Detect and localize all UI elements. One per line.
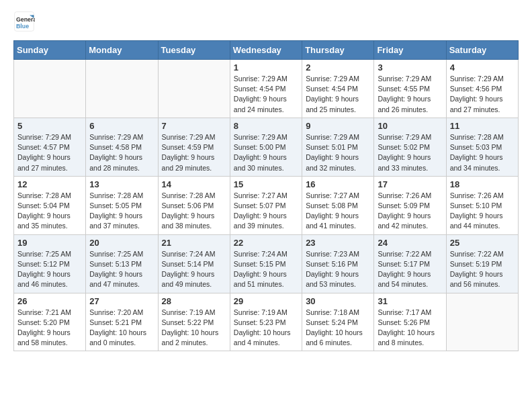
- calendar-cell: 15Sunrise: 7:27 AM Sunset: 5:07 PM Dayli…: [230, 176, 302, 234]
- svg-text:General: General: [16, 16, 35, 23]
- day-number: 23: [306, 238, 370, 248]
- day-info: Sunrise: 7:29 AM Sunset: 4:57 PM Dayligh…: [17, 132, 82, 173]
- day-info: Sunrise: 7:21 AM Sunset: 5:20 PM Dayligh…: [17, 308, 82, 349]
- calendar-cell: 7Sunrise: 7:29 AM Sunset: 4:59 PM Daylig…: [158, 118, 230, 176]
- day-info: Sunrise: 7:29 AM Sunset: 4:54 PM Dayligh…: [234, 74, 298, 115]
- calendar-cell: [158, 60, 230, 118]
- calendar-cell: 6Sunrise: 7:29 AM Sunset: 4:58 PM Daylig…: [86, 118, 158, 176]
- day-info: Sunrise: 7:24 AM Sunset: 5:14 PM Dayligh…: [162, 249, 226, 290]
- logo-icon: General Blue: [13, 11, 35, 32]
- calendar-cell: 17Sunrise: 7:26 AM Sunset: 5:09 PM Dayli…: [374, 176, 446, 234]
- day-number: 19: [17, 238, 82, 248]
- day-number: 15: [234, 179, 298, 189]
- day-info: Sunrise: 7:26 AM Sunset: 5:10 PM Dayligh…: [450, 191, 515, 232]
- page-header: General Blue: [13, 11, 519, 32]
- day-number: 29: [234, 296, 298, 306]
- day-info: Sunrise: 7:22 AM Sunset: 5:17 PM Dayligh…: [378, 249, 442, 290]
- day-number: 11: [450, 121, 515, 131]
- calendar-cell: 10Sunrise: 7:29 AM Sunset: 5:02 PM Dayli…: [374, 118, 446, 176]
- weekday-header-thursday: Thursday: [302, 41, 374, 60]
- calendar-cell: 20Sunrise: 7:25 AM Sunset: 5:13 PM Dayli…: [86, 234, 158, 293]
- day-info: Sunrise: 7:25 AM Sunset: 5:12 PM Dayligh…: [17, 249, 82, 290]
- day-info: Sunrise: 7:29 AM Sunset: 4:59 PM Dayligh…: [162, 132, 226, 173]
- day-number: 1: [234, 62, 298, 73]
- calendar-cell: 12Sunrise: 7:28 AM Sunset: 5:04 PM Dayli…: [14, 176, 86, 234]
- day-number: 20: [89, 238, 154, 248]
- day-number: 9: [306, 121, 370, 131]
- day-info: Sunrise: 7:20 AM Sunset: 5:21 PM Dayligh…: [89, 308, 154, 349]
- week-row-1: 1Sunrise: 7:29 AM Sunset: 4:54 PM Daylig…: [14, 60, 519, 118]
- day-number: 28: [162, 296, 226, 306]
- day-info: Sunrise: 7:29 AM Sunset: 5:01 PM Dayligh…: [306, 132, 370, 173]
- calendar-cell: 28Sunrise: 7:19 AM Sunset: 5:22 PM Dayli…: [158, 293, 230, 351]
- day-info: Sunrise: 7:22 AM Sunset: 5:19 PM Dayligh…: [450, 249, 515, 290]
- calendar-cell: [446, 293, 518, 351]
- weekday-header-saturday: Saturday: [446, 41, 518, 60]
- day-info: Sunrise: 7:18 AM Sunset: 5:24 PM Dayligh…: [306, 308, 370, 349]
- week-row-3: 12Sunrise: 7:28 AM Sunset: 5:04 PM Dayli…: [14, 176, 519, 234]
- day-info: Sunrise: 7:27 AM Sunset: 5:07 PM Dayligh…: [234, 191, 298, 232]
- day-info: Sunrise: 7:19 AM Sunset: 5:22 PM Dayligh…: [162, 308, 226, 349]
- weekday-header-friday: Friday: [374, 41, 446, 60]
- weekday-header-row: SundayMondayTuesdayWednesdayThursdayFrid…: [14, 41, 519, 60]
- day-info: Sunrise: 7:28 AM Sunset: 5:06 PM Dayligh…: [162, 191, 226, 232]
- day-info: Sunrise: 7:29 AM Sunset: 5:00 PM Dayligh…: [234, 132, 298, 173]
- week-row-2: 5Sunrise: 7:29 AM Sunset: 4:57 PM Daylig…: [14, 118, 519, 176]
- calendar-cell: 19Sunrise: 7:25 AM Sunset: 5:12 PM Dayli…: [14, 234, 86, 293]
- day-number: 21: [162, 238, 226, 248]
- day-number: 24: [378, 238, 442, 248]
- calendar-cell: 9Sunrise: 7:29 AM Sunset: 5:01 PM Daylig…: [302, 118, 374, 176]
- svg-text:Blue: Blue: [16, 23, 29, 30]
- day-info: Sunrise: 7:23 AM Sunset: 5:16 PM Dayligh…: [306, 249, 370, 290]
- day-number: 22: [234, 238, 298, 248]
- day-info: Sunrise: 7:29 AM Sunset: 4:58 PM Dayligh…: [89, 132, 154, 173]
- week-row-4: 19Sunrise: 7:25 AM Sunset: 5:12 PM Dayli…: [14, 234, 519, 293]
- day-number: 6: [89, 121, 154, 131]
- calendar-cell: 29Sunrise: 7:19 AM Sunset: 5:23 PM Dayli…: [230, 293, 302, 351]
- day-number: 18: [450, 179, 515, 189]
- calendar-cell: 25Sunrise: 7:22 AM Sunset: 5:19 PM Dayli…: [446, 234, 518, 293]
- day-number: 17: [378, 179, 442, 189]
- calendar-cell: 1Sunrise: 7:29 AM Sunset: 4:54 PM Daylig…: [230, 60, 302, 118]
- calendar-cell: 26Sunrise: 7:21 AM Sunset: 5:20 PM Dayli…: [14, 293, 86, 351]
- calendar-cell: 8Sunrise: 7:29 AM Sunset: 5:00 PM Daylig…: [230, 118, 302, 176]
- day-number: 30: [306, 296, 370, 306]
- day-number: 2: [306, 62, 370, 73]
- logo: General Blue: [13, 11, 36, 32]
- weekday-header-monday: Monday: [86, 41, 158, 60]
- week-row-5: 26Sunrise: 7:21 AM Sunset: 5:20 PM Dayli…: [14, 293, 519, 351]
- weekday-header-tuesday: Tuesday: [158, 41, 230, 60]
- calendar-cell: 5Sunrise: 7:29 AM Sunset: 4:57 PM Daylig…: [14, 118, 86, 176]
- day-info: Sunrise: 7:25 AM Sunset: 5:13 PM Dayligh…: [89, 249, 154, 290]
- day-number: 13: [89, 179, 154, 189]
- weekday-header-wednesday: Wednesday: [230, 41, 302, 60]
- day-info: Sunrise: 7:28 AM Sunset: 5:04 PM Dayligh…: [17, 191, 82, 232]
- calendar-table: SundayMondayTuesdayWednesdayThursdayFrid…: [13, 40, 519, 351]
- calendar-cell: 18Sunrise: 7:26 AM Sunset: 5:10 PM Dayli…: [446, 176, 518, 234]
- day-info: Sunrise: 7:26 AM Sunset: 5:09 PM Dayligh…: [378, 191, 442, 232]
- day-number: 25: [450, 238, 515, 248]
- day-info: Sunrise: 7:29 AM Sunset: 4:54 PM Dayligh…: [306, 74, 370, 115]
- day-number: 7: [162, 121, 226, 131]
- day-number: 14: [162, 179, 226, 189]
- calendar-cell: 11Sunrise: 7:28 AM Sunset: 5:03 PM Dayli…: [446, 118, 518, 176]
- day-info: Sunrise: 7:19 AM Sunset: 5:23 PM Dayligh…: [234, 308, 298, 349]
- day-number: 16: [306, 179, 370, 189]
- calendar-cell: 21Sunrise: 7:24 AM Sunset: 5:14 PM Dayli…: [158, 234, 230, 293]
- calendar-cell: 2Sunrise: 7:29 AM Sunset: 4:54 PM Daylig…: [302, 60, 374, 118]
- calendar-cell: 14Sunrise: 7:28 AM Sunset: 5:06 PM Dayli…: [158, 176, 230, 234]
- day-number: 5: [17, 121, 82, 131]
- calendar-cell: [86, 60, 158, 118]
- calendar-cell: 22Sunrise: 7:24 AM Sunset: 5:15 PM Dayli…: [230, 234, 302, 293]
- calendar-cell: 23Sunrise: 7:23 AM Sunset: 5:16 PM Dayli…: [302, 234, 374, 293]
- day-info: Sunrise: 7:28 AM Sunset: 5:05 PM Dayligh…: [89, 191, 154, 232]
- day-number: 31: [378, 296, 442, 306]
- day-number: 4: [450, 62, 515, 73]
- day-info: Sunrise: 7:27 AM Sunset: 5:08 PM Dayligh…: [306, 191, 370, 232]
- calendar-cell: 31Sunrise: 7:17 AM Sunset: 5:26 PM Dayli…: [374, 293, 446, 351]
- day-number: 27: [89, 296, 154, 306]
- day-number: 10: [378, 121, 442, 131]
- calendar-cell: 24Sunrise: 7:22 AM Sunset: 5:17 PM Dayli…: [374, 234, 446, 293]
- calendar-page: General Blue SundayMondayTuesdayWednesda…: [0, 0, 532, 365]
- day-info: Sunrise: 7:17 AM Sunset: 5:26 PM Dayligh…: [378, 308, 442, 349]
